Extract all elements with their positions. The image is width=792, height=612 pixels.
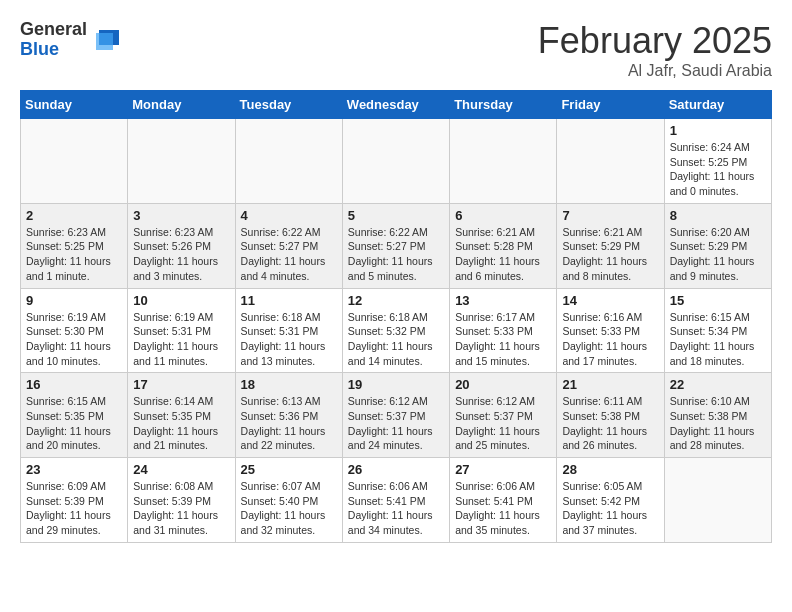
header-sunday: Sunday (21, 91, 128, 119)
header-saturday: Saturday (664, 91, 771, 119)
day-number: 14 (562, 293, 658, 308)
day-info: Sunrise: 6:06 AM Sunset: 5:41 PM Dayligh… (455, 479, 551, 538)
calendar-cell: 14Sunrise: 6:16 AM Sunset: 5:33 PM Dayli… (557, 288, 664, 373)
day-info: Sunrise: 6:05 AM Sunset: 5:42 PM Dayligh… (562, 479, 658, 538)
day-info: Sunrise: 6:11 AM Sunset: 5:38 PM Dayligh… (562, 394, 658, 453)
day-info: Sunrise: 6:14 AM Sunset: 5:35 PM Dayligh… (133, 394, 229, 453)
day-number: 6 (455, 208, 551, 223)
day-info: Sunrise: 6:18 AM Sunset: 5:32 PM Dayligh… (348, 310, 444, 369)
calendar-cell: 15Sunrise: 6:15 AM Sunset: 5:34 PM Dayli… (664, 288, 771, 373)
day-number: 4 (241, 208, 337, 223)
calendar-week-3: 9Sunrise: 6:19 AM Sunset: 5:30 PM Daylig… (21, 288, 772, 373)
svg-marker-1 (96, 33, 113, 50)
header-friday: Friday (557, 91, 664, 119)
calendar-cell: 20Sunrise: 6:12 AM Sunset: 5:37 PM Dayli… (450, 373, 557, 458)
day-info: Sunrise: 6:15 AM Sunset: 5:34 PM Dayligh… (670, 310, 766, 369)
day-info: Sunrise: 6:07 AM Sunset: 5:40 PM Dayligh… (241, 479, 337, 538)
day-info: Sunrise: 6:18 AM Sunset: 5:31 PM Dayligh… (241, 310, 337, 369)
day-info: Sunrise: 6:10 AM Sunset: 5:38 PM Dayligh… (670, 394, 766, 453)
calendar-cell: 28Sunrise: 6:05 AM Sunset: 5:42 PM Dayli… (557, 458, 664, 543)
day-number: 2 (26, 208, 122, 223)
calendar-week-4: 16Sunrise: 6:15 AM Sunset: 5:35 PM Dayli… (21, 373, 772, 458)
day-number: 1 (670, 123, 766, 138)
day-info: Sunrise: 6:20 AM Sunset: 5:29 PM Dayligh… (670, 225, 766, 284)
day-info: Sunrise: 6:19 AM Sunset: 5:31 PM Dayligh… (133, 310, 229, 369)
day-info: Sunrise: 6:16 AM Sunset: 5:33 PM Dayligh… (562, 310, 658, 369)
calendar-header-row: Sunday Monday Tuesday Wednesday Thursday… (21, 91, 772, 119)
calendar-cell (235, 119, 342, 204)
day-info: Sunrise: 6:12 AM Sunset: 5:37 PM Dayligh… (348, 394, 444, 453)
day-number: 28 (562, 462, 658, 477)
logo-general: General (20, 20, 87, 40)
calendar-cell: 6Sunrise: 6:21 AM Sunset: 5:28 PM Daylig… (450, 203, 557, 288)
calendar-week-1: 1Sunrise: 6:24 AM Sunset: 5:25 PM Daylig… (21, 119, 772, 204)
day-number: 17 (133, 377, 229, 392)
day-info: Sunrise: 6:23 AM Sunset: 5:26 PM Dayligh… (133, 225, 229, 284)
day-number: 21 (562, 377, 658, 392)
day-number: 20 (455, 377, 551, 392)
calendar-cell: 11Sunrise: 6:18 AM Sunset: 5:31 PM Dayli… (235, 288, 342, 373)
day-number: 13 (455, 293, 551, 308)
day-info: Sunrise: 6:17 AM Sunset: 5:33 PM Dayligh… (455, 310, 551, 369)
header-tuesday: Tuesday (235, 91, 342, 119)
calendar-cell: 19Sunrise: 6:12 AM Sunset: 5:37 PM Dayli… (342, 373, 449, 458)
day-number: 3 (133, 208, 229, 223)
calendar-cell: 1Sunrise: 6:24 AM Sunset: 5:25 PM Daylig… (664, 119, 771, 204)
calendar-cell (21, 119, 128, 204)
calendar-cell: 23Sunrise: 6:09 AM Sunset: 5:39 PM Dayli… (21, 458, 128, 543)
day-info: Sunrise: 6:09 AM Sunset: 5:39 PM Dayligh… (26, 479, 122, 538)
calendar-cell (342, 119, 449, 204)
page-container: General Blue February 2025 Al Jafr, Saud… (0, 0, 792, 553)
day-info: Sunrise: 6:24 AM Sunset: 5:25 PM Dayligh… (670, 140, 766, 199)
day-info: Sunrise: 6:22 AM Sunset: 5:27 PM Dayligh… (241, 225, 337, 284)
calendar-cell: 13Sunrise: 6:17 AM Sunset: 5:33 PM Dayli… (450, 288, 557, 373)
header-thursday: Thursday (450, 91, 557, 119)
day-info: Sunrise: 6:08 AM Sunset: 5:39 PM Dayligh… (133, 479, 229, 538)
calendar-cell: 3Sunrise: 6:23 AM Sunset: 5:26 PM Daylig… (128, 203, 235, 288)
day-info: Sunrise: 6:22 AM Sunset: 5:27 PM Dayligh… (348, 225, 444, 284)
logo: General Blue (20, 20, 121, 60)
calendar-cell: 9Sunrise: 6:19 AM Sunset: 5:30 PM Daylig… (21, 288, 128, 373)
day-info: Sunrise: 6:19 AM Sunset: 5:30 PM Dayligh… (26, 310, 122, 369)
calendar-cell: 26Sunrise: 6:06 AM Sunset: 5:41 PM Dayli… (342, 458, 449, 543)
header-wednesday: Wednesday (342, 91, 449, 119)
logo-text: General Blue (20, 20, 87, 60)
day-number: 16 (26, 377, 122, 392)
calendar-cell (557, 119, 664, 204)
calendar-cell: 4Sunrise: 6:22 AM Sunset: 5:27 PM Daylig… (235, 203, 342, 288)
day-number: 10 (133, 293, 229, 308)
title-block: February 2025 Al Jafr, Saudi Arabia (538, 20, 772, 80)
calendar-cell (450, 119, 557, 204)
day-number: 26 (348, 462, 444, 477)
calendar-cell: 2Sunrise: 6:23 AM Sunset: 5:25 PM Daylig… (21, 203, 128, 288)
page-header: General Blue February 2025 Al Jafr, Saud… (20, 20, 772, 80)
calendar-cell: 5Sunrise: 6:22 AM Sunset: 5:27 PM Daylig… (342, 203, 449, 288)
calendar-table: Sunday Monday Tuesday Wednesday Thursday… (20, 90, 772, 543)
day-number: 12 (348, 293, 444, 308)
calendar-cell: 22Sunrise: 6:10 AM Sunset: 5:38 PM Dayli… (664, 373, 771, 458)
day-info: Sunrise: 6:06 AM Sunset: 5:41 PM Dayligh… (348, 479, 444, 538)
month-year-title: February 2025 (538, 20, 772, 62)
day-info: Sunrise: 6:13 AM Sunset: 5:36 PM Dayligh… (241, 394, 337, 453)
logo-icon (91, 25, 121, 55)
day-number: 27 (455, 462, 551, 477)
calendar-cell: 12Sunrise: 6:18 AM Sunset: 5:32 PM Dayli… (342, 288, 449, 373)
day-info: Sunrise: 6:12 AM Sunset: 5:37 PM Dayligh… (455, 394, 551, 453)
calendar-cell: 25Sunrise: 6:07 AM Sunset: 5:40 PM Dayli… (235, 458, 342, 543)
calendar-cell: 18Sunrise: 6:13 AM Sunset: 5:36 PM Dayli… (235, 373, 342, 458)
calendar-cell: 24Sunrise: 6:08 AM Sunset: 5:39 PM Dayli… (128, 458, 235, 543)
day-number: 8 (670, 208, 766, 223)
calendar-week-5: 23Sunrise: 6:09 AM Sunset: 5:39 PM Dayli… (21, 458, 772, 543)
day-number: 7 (562, 208, 658, 223)
day-number: 15 (670, 293, 766, 308)
calendar-cell: 27Sunrise: 6:06 AM Sunset: 5:41 PM Dayli… (450, 458, 557, 543)
day-number: 9 (26, 293, 122, 308)
day-number: 5 (348, 208, 444, 223)
location-subtitle: Al Jafr, Saudi Arabia (538, 62, 772, 80)
day-number: 18 (241, 377, 337, 392)
day-number: 24 (133, 462, 229, 477)
calendar-cell: 16Sunrise: 6:15 AM Sunset: 5:35 PM Dayli… (21, 373, 128, 458)
calendar-cell: 17Sunrise: 6:14 AM Sunset: 5:35 PM Dayli… (128, 373, 235, 458)
calendar-week-2: 2Sunrise: 6:23 AM Sunset: 5:25 PM Daylig… (21, 203, 772, 288)
calendar-cell (664, 458, 771, 543)
